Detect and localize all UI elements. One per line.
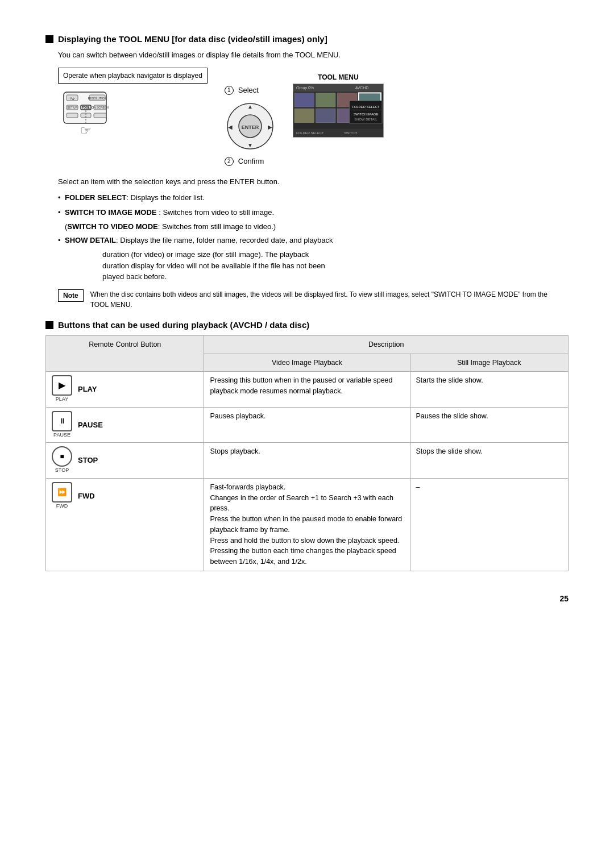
table-cell-play-still: Starts the slide show. <box>410 372 569 408</box>
fwd-name: FWD <box>78 491 95 502</box>
pause-btn-cell: ⏸ PAUSE PAUSE <box>52 411 198 439</box>
section1-header: Displaying the TOOL MENU [for data disc … <box>45 34 569 44</box>
table-cell-stop-video: Stops playback. <box>204 443 410 479</box>
pause-label-small: PAUSE <box>53 431 70 439</box>
table-cell-fwd-video: Fast-forwards playback. Changes in the o… <box>204 478 410 571</box>
note-text: When the disc contains both videos and s… <box>90 289 556 310</box>
fwd-btn-cell: ⏩ FWD FWD <box>52 482 198 510</box>
svg-text:ENTER: ENTER <box>242 124 259 130</box>
tool-menu-area: TOOL MENU Group 0% AVCHD <box>293 73 384 138</box>
svg-text:ON SCREEN: ON SCREEN <box>92 106 109 109</box>
tool-menu-image: Group 0% AVCHD FOLDER SELECT SWITCH <box>293 84 384 138</box>
fwd-icon: ⏩ <box>52 482 72 502</box>
bullet-switch-video-indent: (SWITCH TO VIDEO MODE: Switches from sti… <box>65 221 569 232</box>
table-cell-fwd-btn: ⏩ FWD FWD <box>46 478 204 571</box>
table-cell-play-btn: ▶ PLAY PLAY <box>46 372 204 408</box>
play-name: PLAY <box>78 384 97 395</box>
stop-btn-cell: ■ STOP STOP <box>52 446 198 475</box>
table-cell-stop-still: Stops the slide show. <box>410 443 569 479</box>
pause-name: PAUSE <box>78 420 103 431</box>
table-cell-pause-still: Pauses the slide show. <box>410 407 569 443</box>
description-text: Select an item with the selection keys a… <box>58 176 569 188</box>
bullet-switch-video-bold: SWITCH TO VIDEO MODE <box>67 222 157 231</box>
svg-text:SWITCH IMAGE: SWITCH IMAGE <box>353 112 378 115</box>
table-row-stop: ■ STOP STOP Stops playback. Stops the sl… <box>46 443 569 479</box>
select-num: 1 <box>225 86 234 95</box>
svg-text:TOOL: TOOL <box>82 106 90 109</box>
note-box: Note When the disc contains both videos … <box>58 289 556 310</box>
section2-title: Buttons that can be used during playback… <box>58 320 309 330</box>
svg-text:▶: ▶ <box>268 124 272 130</box>
section1-icon <box>45 35 53 43</box>
play-label-small: PLAY <box>56 396 68 404</box>
playback-table: Remote Control Button Description Video … <box>45 335 569 571</box>
play-btn-cell: ▶ PLAY PLAY <box>52 375 198 404</box>
diagram-row: Operate when playback navigator is displ… <box>58 68 569 166</box>
nav-and-remote: Operate when playback navigator is displ… <box>58 68 208 153</box>
bullet-show-detail-bold: SHOW DETAIL <box>65 236 116 244</box>
confirm-label-text: Confirm <box>238 157 264 165</box>
table-cell-fwd-still: – <box>410 478 569 571</box>
section2-header: Buttons that can be used during playback… <box>45 320 569 330</box>
svg-text:☞: ☞ <box>80 123 92 138</box>
tool-menu-svg: Group 0% AVCHD FOLDER SELECT SWITCH <box>293 84 383 138</box>
svg-text:▲: ▲ <box>247 103 253 110</box>
bullet-show-detail: SHOW DETAIL: Displays the file name, fol… <box>58 235 569 246</box>
section1-intro: You can switch between video/still image… <box>58 49 569 61</box>
remote-svg: I/⏻ RESOLUTION SET UP TOOL ON SCREEN ☞ <box>58 89 132 152</box>
table-header-still: Still Image Playback <box>410 354 569 372</box>
bullet-folder-bold: FOLDER SELECT <box>65 193 126 202</box>
table-row-pause: ⏸ PAUSE PAUSE Pauses playback. Pauses th… <box>46 407 569 443</box>
svg-text:I/⏻: I/⏻ <box>70 97 74 100</box>
svg-rect-28 <box>316 93 335 107</box>
stop-name: STOP <box>78 455 98 466</box>
svg-text:Group 0%: Group 0% <box>296 86 314 90</box>
note-label: Note <box>58 289 84 302</box>
table-row-play: ▶ PLAY PLAY Pressing this button when in… <box>46 372 569 408</box>
tool-menu-label: TOOL MENU <box>293 73 384 81</box>
table-header-button: Remote Control Button <box>46 335 204 372</box>
table-cell-pause-video: Pauses playback. <box>204 407 410 443</box>
bullet-switch-image: SWITCH TO IMAGE MODE : Switches from vid… <box>58 207 569 218</box>
bullet-switch-image-bold: SWITCH TO IMAGE MODE <box>65 208 157 217</box>
svg-text:RESOLUTION: RESOLUTION <box>88 97 107 100</box>
bullet-folder-rest: : Displays the folder list. <box>126 193 204 202</box>
svg-text:FOLDER SELECT: FOLDER SELECT <box>296 131 324 135</box>
section2-icon <box>45 321 53 329</box>
bullet-switch-image-rest: : Switches from video to still image. <box>157 208 275 217</box>
svg-text:SHOW DETAIL: SHOW DETAIL <box>354 117 377 121</box>
svg-rect-41 <box>351 110 381 110</box>
table-row-fwd: ⏩ FWD FWD Fast-forwards playback. Change… <box>46 478 569 571</box>
fwd-label-small: FWD <box>56 502 68 510</box>
bullet-folder-select: FOLDER SELECT: Displays the folder list. <box>58 192 569 203</box>
confirm-num: 2 <box>225 157 234 166</box>
stop-icon: ■ <box>52 446 72 467</box>
table-cell-pause-btn: ⏸ PAUSE PAUSE <box>46 407 204 443</box>
table-cell-stop-btn: ■ STOP STOP <box>46 443 204 479</box>
table-cell-play-video: Pressing this button when in the paused … <box>204 372 410 408</box>
page-number: 25 <box>45 594 569 603</box>
section1-title: Displaying the TOOL MENU [for data disc … <box>58 34 327 44</box>
bullet-show-detail-cont: duration (for video) or image size (for … <box>102 249 569 283</box>
remote-diagram: I/⏻ RESOLUTION SET UP TOOL ON SCREEN ☞ <box>58 89 208 153</box>
svg-rect-32 <box>316 109 335 123</box>
bullet-switch-video-rest: : Switches from still image to video. <box>158 222 273 231</box>
table-header-description: Description <box>204 335 569 354</box>
svg-text:SWITCH: SWITCH <box>344 131 357 135</box>
svg-rect-13 <box>94 113 106 118</box>
svg-text:FOLDER SELECT: FOLDER SELECT <box>352 105 380 109</box>
pause-icon: ⏸ <box>52 411 72 431</box>
svg-rect-31 <box>294 109 314 123</box>
play-icon: ▶ <box>52 375 72 396</box>
svg-rect-27 <box>294 93 314 107</box>
svg-text:AVCHD: AVCHD <box>355 86 368 90</box>
nav-arrows-svg: ▲ ▼ ◀ ▶ ENTER <box>225 101 276 152</box>
svg-text:▼: ▼ <box>247 142 253 148</box>
svg-text:◀: ◀ <box>228 124 233 130</box>
select-label-text: Select <box>238 86 259 94</box>
bullet-show-detail-rest: : Displays the file name, folder name, r… <box>116 236 333 244</box>
svg-rect-11 <box>67 113 78 118</box>
navigator-label: Operate when playback navigator is displ… <box>58 68 208 84</box>
svg-text:SET UP: SET UP <box>67 106 78 109</box>
stop-label-small: STOP <box>55 467 69 475</box>
